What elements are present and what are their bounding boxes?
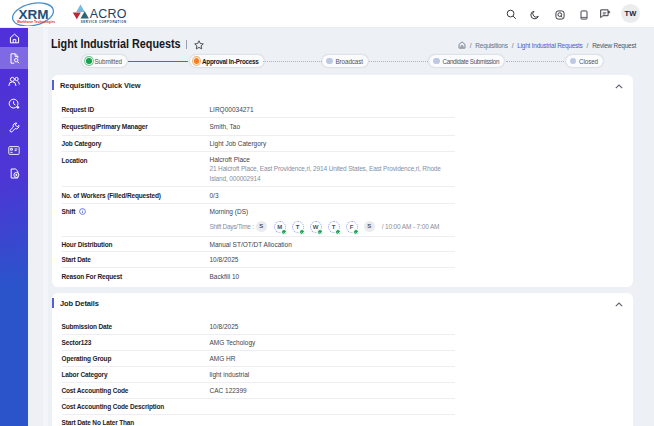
svg-text:Workforce Technologies: Workforce Technologies	[17, 20, 55, 24]
svg-text:SERVICE CORPORATION: SERVICE CORPORATION	[81, 20, 127, 24]
